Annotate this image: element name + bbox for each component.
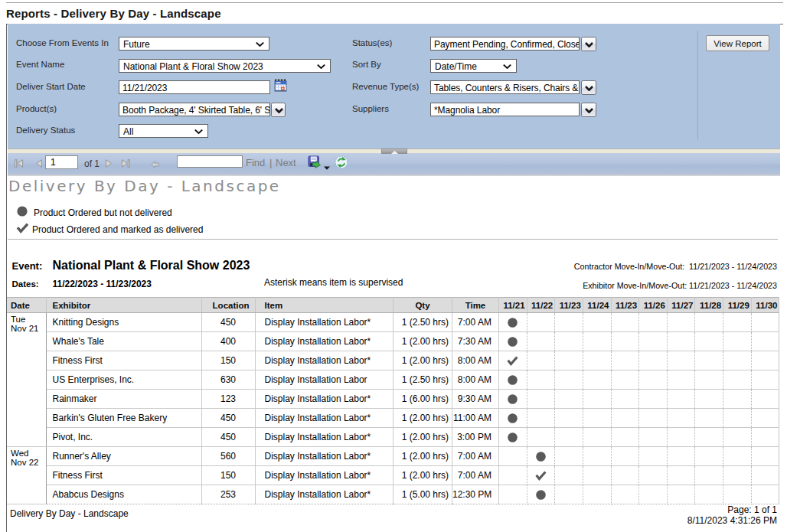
cell-day-mark [667,428,695,447]
parameters-panel: Choose From Events In Future Event Name … [8,24,780,149]
cell-loc: 450 [201,409,255,428]
events-in-select[interactable]: Future [119,37,269,51]
event-name: National Plant & Floral Show 2023 [53,259,250,273]
not-delivered-dot-icon [17,206,28,220]
previous-page-icon[interactable] [35,157,43,171]
cell-day-mark [583,370,611,390]
cell-day-mark [555,370,583,390]
cell-day-mark [695,409,723,428]
view-report-button[interactable]: View Report [706,35,769,51]
column-header-day: 11/24 [583,298,611,313]
table-row: WedNov 22Runner's Alley560Display Instal… [7,447,779,466]
first-page-icon[interactable] [14,157,24,171]
revenue-types-dropdown-button[interactable] [581,80,596,95]
statuses-input[interactable]: Payment Pending, Confirmed, Closed [430,37,580,51]
cell-day-mark [611,447,639,466]
cell-day-mark [527,428,555,447]
export-caret-icon[interactable] [324,159,330,173]
cell-exh: Fitness First [47,351,202,370]
chevron-down-icon [503,64,511,69]
column-header-day: 11/23 [555,298,583,313]
cell-time: 7:30 AM [452,332,499,351]
cell-qty: 1 (2.00 hrs) [394,428,452,447]
cell-day-mark [527,351,555,370]
search-text-input[interactable] [177,155,243,168]
cell-exh: Knitting Designs [47,313,202,332]
back-to-parent-icon[interactable] [151,158,159,171]
revenue-types-input[interactable]: Tables, Counters & Risers, Chairs & [430,80,580,94]
cell-item: Display Installation Labor* [255,485,394,504]
render-timestamp: 8/11/2023 4:31:26 PM [687,515,777,526]
cell-exh: Whale's Tale [47,332,202,351]
cell-time: 12:30 PM [452,485,499,504]
suppliers-dropdown-button[interactable] [581,103,596,117]
delivered-check-icon [507,356,518,366]
cell-item: Display Installation Labor* [255,390,394,409]
cell-day-mark [751,409,779,428]
last-page-icon[interactable] [121,157,131,171]
cell-day-mark [723,428,752,447]
not-delivered-dot-icon [536,490,546,500]
next-page-icon[interactable] [105,157,113,171]
cell-exh: Ababcus Designs [47,485,202,504]
cell-day-mark [498,313,527,332]
cell-day-mark [498,428,527,447]
cell-day-mark [583,447,611,466]
cell-time: 7:00 AM [452,313,499,332]
cell-day-mark [555,485,583,504]
cell-day-mark [695,390,723,409]
cell-day-mark [667,466,695,485]
report-viewer-page: Reports - Delivery By Day - Landscape Ch… [0,0,787,532]
delivered-check-icon [535,471,547,481]
find-link[interactable]: Find [246,157,265,168]
cell-qty: 1 (2.00 hrs) [394,409,452,428]
next-link[interactable]: Next [276,157,296,168]
cell-exh: Pivot, Inc. [47,428,202,447]
products-dropdown-button[interactable] [271,103,286,117]
cell-item: Display Installation Labor* [255,313,394,332]
cell-day-mark [723,370,752,390]
page-number-input[interactable] [45,155,78,169]
products-input[interactable]: Booth Package, 4' Skirted Table, 6' Skir… [119,103,270,116]
cell-qty: 1 (2.50 hrs) [394,370,452,390]
delivery-status-select[interactable]: All [119,124,208,138]
column-header-exhibitor: Exhibitor [47,298,202,313]
cell-day-mark [723,466,752,485]
calendar-icon[interactable] [274,79,287,95]
cell-time: 8:00 AM [452,370,499,390]
cell-date-group: TueNov 21 [7,313,47,447]
suppliers-input[interactable]: *Magnolia Labor [430,103,580,116]
collapse-params-handle[interactable] [381,149,407,154]
not-delivered-dot-icon [508,432,518,442]
cell-qty: 1 (2.00 hrs) [394,332,452,351]
cell-day-mark [639,351,668,370]
column-header-time: Time [452,298,499,313]
chevron-down-icon [585,42,593,47]
refresh-icon[interactable] [335,155,348,172]
table-header-row: DateExhibitorLocationItemQtyTime11/2111/… [7,298,779,313]
cell-qty: 1 (2.00 hrs) [394,351,452,370]
cell-day-mark [667,409,695,428]
cell-loc: 450 [201,428,255,447]
cell-day-mark [751,332,779,351]
column-header-qty: Qty [394,298,452,313]
report-footer-title: Delivery By Day - Landscape [10,508,129,519]
page-count-label: of 1 [84,158,100,169]
event-name-select[interactable]: National Plant & Floral Show 2023 [119,59,331,73]
deliver-start-date-input[interactable]: 11/21/2023 [119,80,270,94]
table-row: Pivot, Inc.450Display Installation Labor… [7,428,779,447]
statuses-dropdown-button[interactable] [581,37,596,51]
dates-label: Dates: [12,279,39,289]
export-icon[interactable] [308,155,322,172]
chevron-down-icon [194,129,203,134]
cell-day-mark [751,447,779,466]
report-title: Delivery By Day - Landscape [8,177,281,195]
cell-day-mark [611,409,639,428]
cell-loc: 150 [201,351,255,370]
delivery-table: DateExhibitorLocationItemQtyTime11/2111/… [7,297,779,504]
sort-by-select[interactable]: Date/Time [430,59,517,73]
cell-loc: 400 [201,332,255,351]
chevron-down-icon [585,86,593,91]
find-next-separator: | [269,157,272,168]
column-header-day: 11/23 [611,298,639,313]
